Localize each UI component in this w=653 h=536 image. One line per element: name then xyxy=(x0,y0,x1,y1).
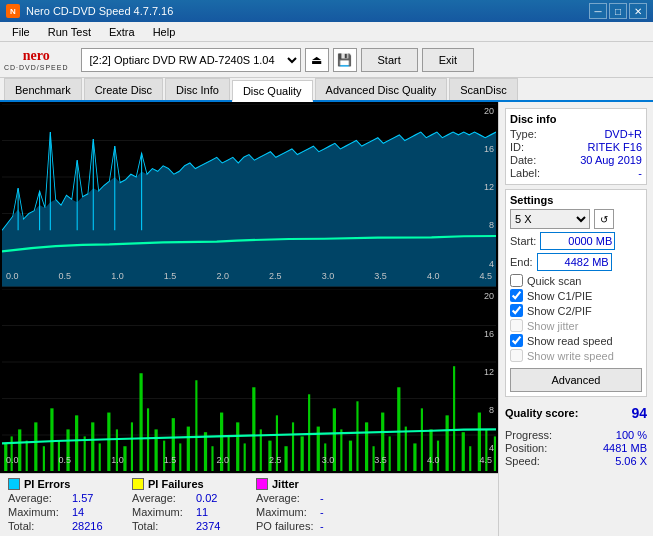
chart2-y-20: 20 xyxy=(484,291,494,301)
app-title: Nero CD-DVD Speed 4.7.7.16 xyxy=(26,5,173,17)
chart1-x-3.5: 3.5 xyxy=(374,271,387,287)
minimize-button[interactable]: ─ xyxy=(589,3,607,19)
chart2-x-1.0: 1.0 xyxy=(111,455,124,471)
label-label: Label: xyxy=(510,167,540,179)
jitter-color xyxy=(256,478,268,490)
right-panel: Disc info Type: DVD+R ID: RITEK F16 Date… xyxy=(498,102,653,536)
chart1-x-0.0: 0.0 xyxy=(6,271,19,287)
jitter-stats: Jitter Average: - Maximum: - PO failures… xyxy=(256,478,360,532)
settings-section: Settings 5 X ↺ Start: End: Quick sca xyxy=(505,189,647,397)
toolbar: nero CD·DVD/SPEED [2:2] Optiarc DVD RW A… xyxy=(0,42,653,78)
menu-file[interactable]: File xyxy=(4,24,38,40)
progress-section: Progress: 100 % Position: 4481 MB Speed:… xyxy=(505,429,647,468)
chart1-x-4.0: 4.0 xyxy=(427,271,440,287)
progress-value: 100 % xyxy=(616,429,647,441)
chart2-y-16: 16 xyxy=(484,329,494,339)
quick-scan-checkbox[interactable] xyxy=(510,274,523,287)
id-label: ID: xyxy=(510,141,524,153)
title-bar: N Nero CD-DVD Speed 4.7.7.16 ─ □ ✕ xyxy=(0,0,653,22)
eject-button[interactable]: ⏏ xyxy=(305,48,329,72)
po-failures-label: PO failures: xyxy=(256,520,316,532)
show-c1-pie-checkbox[interactable] xyxy=(510,289,523,302)
menu-help[interactable]: Help xyxy=(145,24,184,40)
nero-logo: nero CD·DVD/SPEED xyxy=(4,48,69,71)
quality-score-label: Quality score: xyxy=(505,407,578,419)
chart1-x-4.5: 4.5 xyxy=(479,271,492,287)
settings-title: Settings xyxy=(510,194,642,206)
close-button[interactable]: ✕ xyxy=(629,3,647,19)
position-value: 4481 MB xyxy=(603,442,647,454)
tab-benchmark[interactable]: Benchmark xyxy=(4,78,82,100)
pi-errors-color xyxy=(8,478,20,490)
refresh-button[interactable]: ↺ xyxy=(594,209,614,229)
tab-scandisc[interactable]: ScanDisc xyxy=(449,78,517,100)
progress-label: Progress: xyxy=(505,429,552,441)
speed-label: Speed: xyxy=(505,455,540,467)
main-content: 20 16 12 8 4 0.0 0.5 1.0 1.5 2.0 2.5 3.0… xyxy=(0,102,653,536)
chart1-y-4: 4 xyxy=(484,259,494,269)
start-input[interactable] xyxy=(540,232,615,250)
app-icon: N xyxy=(6,4,20,18)
pi-failures-total-value: 2374 xyxy=(196,520,236,532)
quick-scan-label: Quick scan xyxy=(527,275,581,287)
start-label: Start: xyxy=(510,235,536,247)
maximize-button[interactable]: □ xyxy=(609,3,627,19)
show-jitter-label: Show jitter xyxy=(527,320,578,332)
po-failures-value: - xyxy=(320,520,360,532)
chart-pi-failures: 20 16 12 8 4 0.0 0.5 1.0 1.5 2.0 2.5 3.0… xyxy=(2,289,496,472)
chart-pi-errors: 20 16 12 8 4 0.0 0.5 1.0 1.5 2.0 2.5 3.0… xyxy=(2,104,496,287)
show-c1-pie-row: Show C1/PIE xyxy=(510,289,642,302)
pi-errors-total-label: Total: xyxy=(8,520,68,532)
nero-text: nero xyxy=(23,48,50,64)
chart2-y-8: 8 xyxy=(484,405,494,415)
jitter-avg-label: Average: xyxy=(256,492,316,504)
position-label: Position: xyxy=(505,442,547,454)
end-label: End: xyxy=(510,256,533,268)
pi-failures-max-value: 11 xyxy=(196,506,236,518)
pi-failures-stats: PI Failures Average: 0.02 Maximum: 11 To… xyxy=(132,478,236,532)
show-c2-pif-label: Show C2/PIF xyxy=(527,305,592,317)
end-input[interactable] xyxy=(537,253,612,271)
show-jitter-checkbox xyxy=(510,319,523,332)
start-button[interactable]: Start xyxy=(361,48,418,72)
exit-button[interactable]: Exit xyxy=(422,48,474,72)
pi-failures-color xyxy=(132,478,144,490)
pi-errors-max-label: Maximum: xyxy=(8,506,68,518)
save-button[interactable]: 💾 xyxy=(333,48,357,72)
jitter-label: Jitter xyxy=(272,478,299,490)
tab-create-disc[interactable]: Create Disc xyxy=(84,78,163,100)
chart2-x-4.5: 4.5 xyxy=(479,455,492,471)
pi-failures-avg-label: Average: xyxy=(132,492,192,504)
chart1-x-1.0: 1.0 xyxy=(111,271,124,287)
menu-extra[interactable]: Extra xyxy=(101,24,143,40)
show-write-speed-row: Show write speed xyxy=(510,349,642,362)
stats-bar: PI Errors Average: 1.57 Maximum: 14 Tota… xyxy=(0,473,498,536)
quick-scan-row: Quick scan xyxy=(510,274,642,287)
show-read-speed-checkbox[interactable] xyxy=(510,334,523,347)
type-value: DVD+R xyxy=(604,128,642,140)
chart1-y-12: 12 xyxy=(484,182,494,192)
show-c1-pie-label: Show C1/PIE xyxy=(527,290,592,302)
chart1-x-3.0: 3.0 xyxy=(322,271,335,287)
speed-select[interactable]: 5 X xyxy=(510,209,590,229)
menu-run-test[interactable]: Run Test xyxy=(40,24,99,40)
nero-sub: CD·DVD/SPEED xyxy=(4,64,69,71)
advanced-button[interactable]: Advanced xyxy=(510,368,642,392)
tab-advanced-disc-quality[interactable]: Advanced Disc Quality xyxy=(315,78,448,100)
drive-select[interactable]: [2:2] Optiarc DVD RW AD-7240S 1.04 xyxy=(81,48,301,72)
pi-failures-label: PI Failures xyxy=(148,478,204,490)
chart2-x-4.0: 4.0 xyxy=(427,455,440,471)
chart1-x-2.0: 2.0 xyxy=(216,271,229,287)
pi-failures-max-label: Maximum: xyxy=(132,506,192,518)
tabs-bar: Benchmark Create Disc Disc Info Disc Qua… xyxy=(0,78,653,102)
tab-disc-info[interactable]: Disc Info xyxy=(165,78,230,100)
chart2-y-4: 4 xyxy=(484,443,494,453)
show-c2-pif-checkbox[interactable] xyxy=(510,304,523,317)
chart1-x-2.5: 2.5 xyxy=(269,271,282,287)
chart1-x-0.5: 0.5 xyxy=(59,271,72,287)
chart2-x-3.5: 3.5 xyxy=(374,455,387,471)
jitter-max-label: Maximum: xyxy=(256,506,316,518)
jitter-avg-value: - xyxy=(320,492,360,504)
tab-disc-quality[interactable]: Disc Quality xyxy=(232,80,313,102)
id-value: RITEK F16 xyxy=(588,141,642,153)
